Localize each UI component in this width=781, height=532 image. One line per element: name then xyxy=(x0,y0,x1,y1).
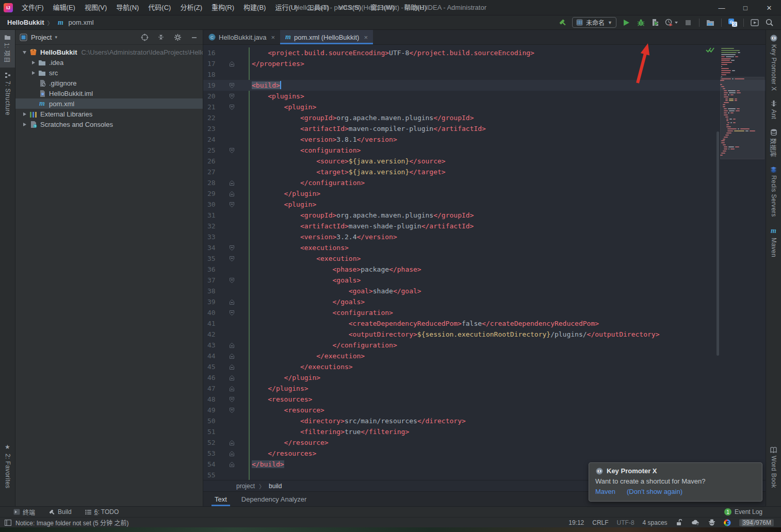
line-separator[interactable]: CRLF xyxy=(592,519,608,526)
tree-item-.gitignore[interactable]: .gitignore xyxy=(15,78,203,88)
chevron-down-icon[interactable]: ▾ xyxy=(55,35,57,40)
run-configuration-select[interactable]: 未命名 ▼ xyxy=(572,17,616,28)
code-line-53[interactable]: 53</resources> xyxy=(203,448,766,459)
tree-item-.idea[interactable]: .idea xyxy=(15,57,203,68)
bottom-tab-text[interactable]: Text xyxy=(209,492,232,506)
code-minimap[interactable] xyxy=(720,46,764,168)
inspections-ok-icon[interactable] xyxy=(706,46,715,54)
editor-tab-pom.xml[interactable]: mpom.xml (HelloBukkit)× xyxy=(280,30,373,44)
tree-item-src[interactable]: src xyxy=(15,68,203,78)
code-line-39[interactable]: 39</goals> xyxy=(203,296,766,307)
screen-record-button[interactable] xyxy=(750,18,759,27)
menu-n[interactable]: 导航(N) xyxy=(111,4,143,11)
fold-marker-icon[interactable] xyxy=(225,296,238,307)
breadcrumb-file[interactable]: pom.xml xyxy=(69,19,94,26)
fold-marker-icon[interactable] xyxy=(225,405,238,415)
fold-marker-icon[interactable] xyxy=(225,351,238,361)
project-structure-button[interactable] xyxy=(706,18,715,27)
code-line-35[interactable]: 35<execution> xyxy=(203,253,766,264)
run-button[interactable] xyxy=(622,18,631,27)
readonly-unlock-icon[interactable] xyxy=(676,519,683,526)
tree-item-external-libraries[interactable]: External Libraries xyxy=(15,109,203,119)
code-line-18[interactable]: 18 xyxy=(203,69,766,80)
code-line-40[interactable]: 40<configuration> xyxy=(203,307,766,318)
code-line-30[interactable]: 30<plugin> xyxy=(203,199,766,210)
code-line-42[interactable]: 42<outputDirectory>${session.executionRo… xyxy=(203,329,766,340)
fold-marker-icon[interactable] xyxy=(225,58,238,69)
toggle-panel-icon[interactable] xyxy=(4,519,11,526)
fold-marker-icon[interactable] xyxy=(225,307,238,318)
code-line-45[interactable]: 45</executions> xyxy=(203,361,766,372)
indent-style[interactable]: 4 spaces xyxy=(643,519,668,526)
code-line-32[interactable]: 32<artifactId>maven-shade-plugin</artifa… xyxy=(203,221,766,231)
tool-stripe-2-favorites[interactable]: ★2: Favorites xyxy=(0,437,15,493)
menu-t[interactable]: 工具(T) xyxy=(302,4,334,11)
menu-z[interactable]: 分析(Z) xyxy=(175,4,207,11)
menu-e[interactable]: 编辑(E) xyxy=(48,4,80,11)
tool-stripe-数据库[interactable]: 数据库 xyxy=(766,124,781,162)
tool-stripe-7-structure[interactable]: 7: Structure xyxy=(0,68,15,120)
minimap-viewport[interactable] xyxy=(720,77,764,159)
code-line-19[interactable]: 19<build> xyxy=(203,80,766,91)
fold-marker-icon[interactable] xyxy=(225,80,238,91)
chevron-right-icon[interactable] xyxy=(28,60,38,65)
toolwindow-button-终端[interactable]: 终端 xyxy=(13,508,35,517)
search-everywhere-button[interactable] xyxy=(764,18,774,27)
fold-marker-icon[interactable] xyxy=(225,437,238,448)
file-encoding[interactable]: UTF-8 xyxy=(617,519,634,526)
code-line-47[interactable]: 47</plugins> xyxy=(203,383,766,394)
fold-marker-icon[interactable] xyxy=(225,394,238,405)
fold-marker-icon[interactable] xyxy=(225,199,238,210)
hide-panel-button[interactable] xyxy=(189,32,199,42)
code-line-44[interactable]: 44</execution> xyxy=(203,351,766,361)
dont-show-again-link[interactable]: (Don't show again) xyxy=(627,488,682,495)
incognito-icon[interactable] xyxy=(708,519,715,526)
code-line-20[interactable]: 20<plugins> xyxy=(203,91,766,102)
close-icon[interactable]: × xyxy=(271,34,275,41)
breadcrumb-tag-project[interactable]: project xyxy=(236,483,255,490)
code-line-25[interactable]: 25<configuration> xyxy=(203,145,766,156)
code-line-36[interactable]: 36<phase>package</phase> xyxy=(203,264,766,275)
menu-vcss[interactable]: VCS(S) xyxy=(334,4,366,11)
menu-h[interactable]: 帮助(H) xyxy=(399,4,431,11)
code-line-41[interactable]: 41<createDependencyReducedPom>false</cre… xyxy=(203,318,766,329)
maximize-button[interactable]: □ xyxy=(734,0,757,15)
tool-stripe-1-项目[interactable]: 1: 项目 xyxy=(0,30,15,68)
fold-marker-icon[interactable] xyxy=(225,340,238,351)
memory-indicator[interactable]: 394/976M xyxy=(739,519,774,526)
code-line-17[interactable]: 17</properties> xyxy=(203,58,766,69)
breadcrumb-tag-build[interactable]: build xyxy=(269,483,282,490)
menu-u[interactable]: 运行(U) xyxy=(270,4,302,11)
status-notice[interactable]: Notice: Image folder not set (5 分钟 之前) xyxy=(4,518,128,527)
tree-item-pom.xml[interactable]: mpom.xml xyxy=(15,98,203,109)
chevron-right-icon[interactable] xyxy=(28,71,38,75)
tree-item-hellobukkit.iml[interactable]: IJHelloBukkit.iml xyxy=(15,88,203,98)
code-line-37[interactable]: 37<goals> xyxy=(203,275,766,286)
fold-marker-icon[interactable] xyxy=(225,383,238,394)
code-line-46[interactable]: 46</plugin> xyxy=(203,372,766,383)
close-icon[interactable]: × xyxy=(364,34,368,41)
code-line-21[interactable]: 21<plugin> xyxy=(203,102,766,112)
code-line-38[interactable]: 38<goal>shade</goal> xyxy=(203,286,766,296)
translation-plugin-button[interactable]: G文 xyxy=(728,18,737,27)
tool-stripe-ant[interactable]: Ant xyxy=(766,95,781,124)
menu-b[interactable]: 构建(B) xyxy=(239,4,270,11)
run-with-coverage-button[interactable] xyxy=(650,18,660,27)
menu-w[interactable]: 窗口(W) xyxy=(366,4,399,11)
cloud-settings-icon[interactable] xyxy=(691,519,700,526)
google-translate-icon[interactable] xyxy=(724,519,731,526)
code-line-16[interactable]: 16<project.build.sourceEncoding>UTF-8</p… xyxy=(203,47,766,58)
minimize-button[interactable]: — xyxy=(710,0,734,15)
toolwindow-button-6-todo[interactable]: 6: TODO xyxy=(85,508,119,517)
tree-item-hellobukkit[interactable]: HelloBukkitC:\Users\Administrator\IdeaPr… xyxy=(15,47,203,57)
bottom-tab-dependency-analyzer[interactable]: Dependency Analyzer xyxy=(236,492,312,506)
chevron-down-icon[interactable] xyxy=(20,50,29,55)
code-line-23[interactable]: 23<artifactId>maven-compiler-plugin</art… xyxy=(203,123,766,134)
menu-c[interactable]: 代码(C) xyxy=(143,4,175,11)
code-line-28[interactable]: 28</configuration> xyxy=(203,177,766,188)
build-project-button[interactable] xyxy=(558,18,567,27)
profiler-button[interactable] xyxy=(665,18,678,27)
fold-marker-icon[interactable] xyxy=(225,372,238,383)
code-line-43[interactable]: 43</configuration> xyxy=(203,340,766,351)
fold-marker-icon[interactable] xyxy=(225,242,238,253)
